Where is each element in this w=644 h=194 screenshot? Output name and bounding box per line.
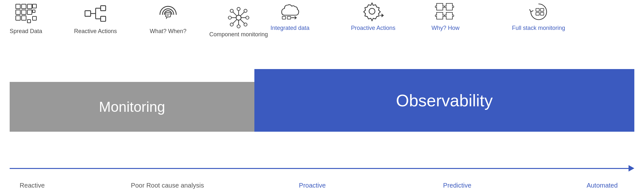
svg-rect-41 (282, 16, 286, 19)
label-predictive: Predictive (345, 182, 570, 189)
puzzle-icon (434, 0, 457, 22)
monitoring-label: Monitoring (99, 99, 165, 115)
reactive-actions-label: Reactive Actions (74, 28, 117, 35)
svg-point-26 (237, 25, 240, 28)
svg-rect-7 (22, 16, 26, 20)
observability-label: Observability (396, 91, 493, 110)
svg-rect-3 (16, 10, 20, 14)
cycle-icon (527, 0, 550, 22)
icon-item-component-monitoring: Component monitoring (209, 6, 268, 38)
svg-line-39 (233, 20, 237, 23)
svg-rect-19 (100, 16, 106, 22)
spread-data-label: Spread Data (10, 28, 42, 35)
network-icon (227, 6, 250, 29)
svg-point-27 (228, 16, 232, 19)
integrated-data-label: Integrated data (270, 24, 309, 32)
svg-rect-11 (33, 16, 36, 20)
icon-item-why-how: Why? How (431, 0, 459, 32)
svg-rect-42 (287, 16, 291, 19)
wire-icon (84, 3, 107, 26)
label-reactive: Reactive (10, 182, 55, 189)
icon-item-spread-data: Spread Data (10, 3, 42, 35)
bottom-labels-row: Reactive Poor Root cause analysis Proact… (10, 182, 634, 189)
svg-point-25 (237, 7, 240, 11)
svg-rect-20 (166, 13, 171, 17)
observability-band: Observability (254, 69, 634, 132)
icon-item-reactive-actions: Reactive Actions (74, 3, 117, 35)
arrow-head (629, 165, 634, 172)
svg-point-30 (244, 9, 247, 13)
svg-rect-0 (16, 4, 20, 9)
svg-line-40 (241, 20, 244, 23)
svg-rect-49 (540, 13, 544, 15)
svg-point-29 (230, 9, 233, 13)
what-when-label: What? When? (150, 28, 186, 35)
svg-rect-8 (33, 4, 36, 8)
icon-item-full-stack: Full stack monitoring (512, 0, 565, 32)
icon-item-what-when: What? When? (150, 3, 186, 35)
timeline-arrow (10, 168, 634, 169)
monitoring-band: Monitoring (10, 82, 254, 132)
svg-rect-9 (33, 10, 35, 13)
icon-item-proactive-actions: Proactive Actions (351, 0, 395, 32)
svg-point-32 (244, 23, 247, 26)
label-proactive: Proactive (280, 182, 345, 189)
svg-rect-6 (16, 16, 20, 20)
icon-item-integrated-data: Integrated data (270, 0, 309, 32)
svg-point-24 (236, 15, 241, 20)
grid-icon (15, 3, 37, 26)
svg-rect-5 (27, 10, 32, 14)
svg-rect-10 (27, 20, 31, 23)
svg-rect-4 (22, 10, 26, 14)
signal-icon (157, 3, 179, 26)
proactive-actions-label: Proactive Actions (351, 24, 395, 32)
full-stack-label: Full stack monitoring (512, 24, 565, 32)
cloud-icon (279, 0, 301, 22)
why-how-label: Why? How (431, 24, 459, 32)
svg-rect-12 (85, 11, 90, 16)
svg-rect-46 (536, 8, 539, 11)
svg-point-28 (246, 16, 249, 19)
svg-line-37 (233, 12, 237, 16)
arrow-line (10, 168, 629, 169)
component-monitoring-label: Component monitoring (209, 31, 268, 38)
main-container: Spread Data Reactive Actions (0, 0, 644, 194)
label-poor-root: Poor Root cause analysis (55, 182, 280, 189)
label-automated: Automated (570, 182, 634, 189)
svg-line-38 (241, 12, 244, 16)
gear-icon (362, 0, 384, 22)
svg-point-31 (230, 23, 233, 26)
svg-point-44 (369, 8, 375, 14)
svg-rect-47 (540, 8, 544, 11)
svg-rect-16 (100, 6, 106, 11)
svg-rect-1 (22, 4, 26, 9)
svg-rect-2 (27, 4, 32, 9)
svg-rect-48 (536, 13, 539, 15)
